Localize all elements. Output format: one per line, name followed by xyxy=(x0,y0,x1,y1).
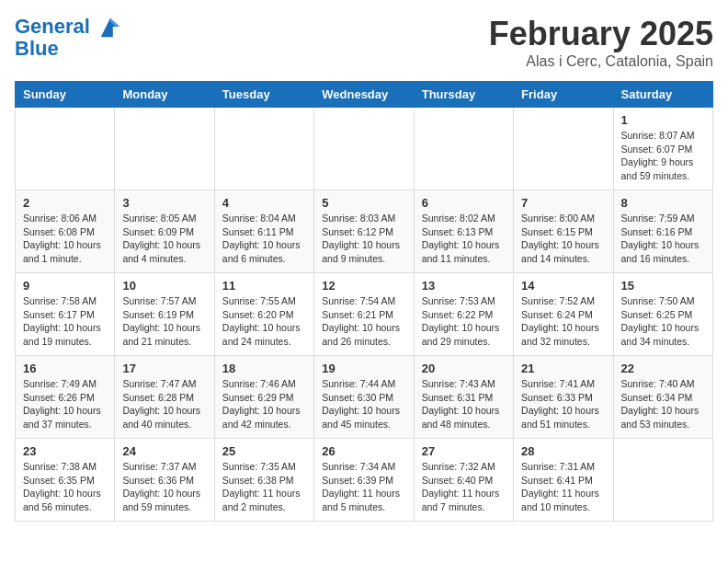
calendar-cell: 19Sunrise: 7:44 AM Sunset: 6:30 PM Dayli… xyxy=(314,356,414,439)
day-number: 20 xyxy=(422,362,506,375)
calendar-cell xyxy=(115,108,214,190)
day-number: 13 xyxy=(422,279,506,293)
calendar-cell: 20Sunrise: 7:43 AM Sunset: 6:31 PM Dayli… xyxy=(414,356,513,439)
calendar-cell: 16Sunrise: 7:49 AM Sunset: 6:26 PM Dayli… xyxy=(16,356,115,439)
day-number: 1 xyxy=(621,113,705,127)
day-number: 10 xyxy=(122,279,206,293)
calendar-cell: 3Sunrise: 8:05 AM Sunset: 6:09 PM Daylig… xyxy=(115,190,214,273)
calendar-cell: 11Sunrise: 7:55 AM Sunset: 6:20 PM Dayli… xyxy=(214,273,313,356)
day-info: Sunrise: 7:31 AM Sunset: 6:41 PM Dayligh… xyxy=(521,460,605,514)
day-number: 5 xyxy=(322,196,405,210)
day-number: 22 xyxy=(621,362,705,375)
calendar-cell: 25Sunrise: 7:35 AM Sunset: 6:38 PM Dayli… xyxy=(214,439,313,522)
day-info: Sunrise: 7:34 AM Sunset: 6:39 PM Dayligh… xyxy=(322,460,405,514)
header: General Blue February 2025 Alas i Cerc, … xyxy=(15,15,713,70)
day-number: 19 xyxy=(322,362,405,375)
day-info: Sunrise: 7:37 AM Sunset: 6:36 PM Dayligh… xyxy=(122,460,206,514)
day-number: 9 xyxy=(23,279,107,293)
day-info: Sunrise: 8:00 AM Sunset: 6:15 PM Dayligh… xyxy=(521,212,605,266)
calendar-cell: 13Sunrise: 7:53 AM Sunset: 6:22 PM Dayli… xyxy=(414,273,513,356)
calendar-week-row: 16Sunrise: 7:49 AM Sunset: 6:26 PM Dayli… xyxy=(16,356,713,439)
day-info: Sunrise: 7:32 AM Sunset: 6:40 PM Dayligh… xyxy=(422,460,506,514)
day-info: Sunrise: 7:54 AM Sunset: 6:21 PM Dayligh… xyxy=(322,294,405,349)
month-year-title: February 2025 xyxy=(489,15,713,53)
day-number: 23 xyxy=(23,444,107,458)
day-number: 14 xyxy=(521,279,605,293)
day-number: 3 xyxy=(122,196,206,210)
day-number: 12 xyxy=(322,279,405,293)
day-info: Sunrise: 7:50 AM Sunset: 6:25 PM Dayligh… xyxy=(621,294,705,349)
column-header-thursday: Thursday xyxy=(414,82,513,108)
calendar-week-row: 9Sunrise: 7:58 AM Sunset: 6:17 PM Daylig… xyxy=(16,273,713,356)
day-info: Sunrise: 7:46 AM Sunset: 6:29 PM Dayligh… xyxy=(222,377,306,431)
day-info: Sunrise: 7:43 AM Sunset: 6:31 PM Dayligh… xyxy=(422,377,506,431)
day-number: 28 xyxy=(521,444,605,458)
day-info: Sunrise: 8:05 AM Sunset: 6:09 PM Dayligh… xyxy=(122,212,206,266)
calendar-cell: 23Sunrise: 7:38 AM Sunset: 6:35 PM Dayli… xyxy=(16,439,115,522)
calendar-cell: 9Sunrise: 7:58 AM Sunset: 6:17 PM Daylig… xyxy=(16,273,115,356)
calendar-cell xyxy=(16,108,115,190)
day-info: Sunrise: 8:06 AM Sunset: 6:08 PM Dayligh… xyxy=(23,212,107,266)
day-number: 16 xyxy=(23,362,107,375)
day-number: 26 xyxy=(322,444,405,458)
calendar-cell: 10Sunrise: 7:57 AM Sunset: 6:19 PM Dayli… xyxy=(115,273,214,356)
calendar-week-row: 1Sunrise: 8:07 AM Sunset: 6:07 PM Daylig… xyxy=(16,108,713,190)
day-number: 18 xyxy=(222,362,306,375)
title-section: February 2025 Alas i Cerc, Catalonia, Sp… xyxy=(489,15,713,70)
calendar-cell xyxy=(514,108,613,190)
calendar-cell: 1Sunrise: 8:07 AM Sunset: 6:07 PM Daylig… xyxy=(613,108,712,190)
day-info: Sunrise: 7:35 AM Sunset: 6:38 PM Dayligh… xyxy=(222,460,306,514)
column-header-tuesday: Tuesday xyxy=(214,82,313,108)
day-info: Sunrise: 8:03 AM Sunset: 6:12 PM Dayligh… xyxy=(322,212,405,266)
calendar-cell: 15Sunrise: 7:50 AM Sunset: 6:25 PM Dayli… xyxy=(613,273,712,356)
day-info: Sunrise: 8:07 AM Sunset: 6:07 PM Dayligh… xyxy=(621,129,705,183)
day-number: 24 xyxy=(122,444,206,458)
day-info: Sunrise: 7:47 AM Sunset: 6:28 PM Dayligh… xyxy=(122,377,206,431)
calendar-cell: 17Sunrise: 7:47 AM Sunset: 6:28 PM Dayli… xyxy=(115,356,214,439)
calendar-cell: 26Sunrise: 7:34 AM Sunset: 6:39 PM Dayli… xyxy=(314,439,414,522)
column-header-saturday: Saturday xyxy=(613,82,712,108)
column-header-monday: Monday xyxy=(115,82,214,108)
day-info: Sunrise: 7:55 AM Sunset: 6:20 PM Dayligh… xyxy=(222,294,306,349)
day-number: 11 xyxy=(222,279,306,293)
calendar-cell: 27Sunrise: 7:32 AM Sunset: 6:40 PM Dayli… xyxy=(414,439,513,522)
day-info: Sunrise: 7:41 AM Sunset: 6:33 PM Dayligh… xyxy=(521,377,605,431)
calendar-cell: 14Sunrise: 7:52 AM Sunset: 6:24 PM Dayli… xyxy=(514,273,613,356)
calendar-cell: 22Sunrise: 7:40 AM Sunset: 6:34 PM Dayli… xyxy=(613,356,712,439)
calendar-cell: 12Sunrise: 7:54 AM Sunset: 6:21 PM Dayli… xyxy=(314,273,414,356)
day-number: 21 xyxy=(521,362,605,375)
day-number: 7 xyxy=(521,196,605,210)
calendar-header-row: SundayMondayTuesdayWednesdayThursdayFrid… xyxy=(16,82,713,108)
logo: General Blue xyxy=(15,15,123,61)
calendar-cell: 28Sunrise: 7:31 AM Sunset: 6:41 PM Dayli… xyxy=(514,439,613,522)
day-info: Sunrise: 7:40 AM Sunset: 6:34 PM Dayligh… xyxy=(621,377,705,431)
calendar-cell xyxy=(613,439,712,522)
day-number: 27 xyxy=(422,444,506,458)
day-info: Sunrise: 8:02 AM Sunset: 6:13 PM Dayligh… xyxy=(422,212,506,266)
day-info: Sunrise: 7:57 AM Sunset: 6:19 PM Dayligh… xyxy=(122,294,206,349)
calendar-table: SundayMondayTuesdayWednesdayThursdayFrid… xyxy=(15,81,713,522)
day-info: Sunrise: 7:44 AM Sunset: 6:30 PM Dayligh… xyxy=(322,377,405,431)
day-number: 25 xyxy=(222,444,306,458)
day-number: 8 xyxy=(621,196,705,210)
calendar-cell: 5Sunrise: 8:03 AM Sunset: 6:12 PM Daylig… xyxy=(314,190,414,273)
day-info: Sunrise: 7:59 AM Sunset: 6:16 PM Dayligh… xyxy=(621,212,705,266)
calendar-cell: 4Sunrise: 8:04 AM Sunset: 6:11 PM Daylig… xyxy=(214,190,313,273)
day-info: Sunrise: 8:04 AM Sunset: 6:11 PM Dayligh… xyxy=(222,212,306,266)
day-number: 15 xyxy=(621,279,705,293)
location-subtitle: Alas i Cerc, Catalonia, Spain xyxy=(489,53,713,70)
day-number: 2 xyxy=(23,196,107,210)
calendar-cell: 24Sunrise: 7:37 AM Sunset: 6:36 PM Dayli… xyxy=(115,439,214,522)
calendar-cell: 8Sunrise: 7:59 AM Sunset: 6:16 PM Daylig… xyxy=(613,190,712,273)
day-info: Sunrise: 7:38 AM Sunset: 6:35 PM Dayligh… xyxy=(23,460,107,514)
day-info: Sunrise: 7:53 AM Sunset: 6:22 PM Dayligh… xyxy=(422,294,506,349)
day-info: Sunrise: 7:49 AM Sunset: 6:26 PM Dayligh… xyxy=(23,377,107,431)
column-header-wednesday: Wednesday xyxy=(314,82,414,108)
calendar-cell: 21Sunrise: 7:41 AM Sunset: 6:33 PM Dayli… xyxy=(514,356,613,439)
day-number: 17 xyxy=(122,362,206,375)
calendar-cell xyxy=(314,108,414,190)
day-number: 4 xyxy=(222,196,306,210)
calendar-cell: 7Sunrise: 8:00 AM Sunset: 6:15 PM Daylig… xyxy=(514,190,613,273)
day-info: Sunrise: 7:52 AM Sunset: 6:24 PM Dayligh… xyxy=(521,294,605,349)
day-info: Sunrise: 7:58 AM Sunset: 6:17 PM Dayligh… xyxy=(23,294,107,349)
